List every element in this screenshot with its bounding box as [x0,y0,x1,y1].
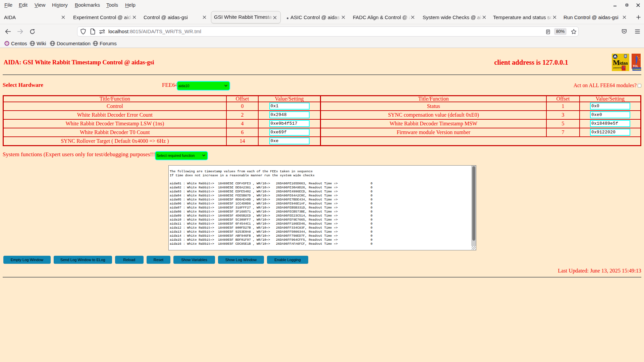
value-input-sync-rollover[interactable] [269,137,310,144]
tab-close-icon[interactable] [202,15,207,19]
close-button[interactable] [635,0,641,10]
value-input-status[interactable] [590,103,630,110]
menu-mnemonic: s [57,2,59,8]
menu-label-part: ools [109,2,118,8]
register-table: Title/Function Offset Value/Setting Titl… [3,95,641,146]
empty-log-button[interactable]: Empty Log Window [3,256,51,264]
menu-label-part: ookmarks [78,2,100,8]
zoom-level-chip[interactable]: 80% [554,28,567,35]
chevron-down-icon [202,155,205,157]
system-functions-label: System functions (Expert users only for … [3,151,158,158]
restore-button[interactable] [625,0,630,10]
value-input-control[interactable] [269,103,310,110]
tab-run-control[interactable]: Run Control @ aidas-gsi [561,11,631,23]
menu-mnemonic: E [19,2,22,8]
shield-icon[interactable] [80,28,86,35]
tab-title: GSI White Rabbit Timestamp [214,14,273,20]
menu-mnemonic: T [106,2,109,8]
scrollbar-thumb[interactable] [472,166,475,241]
svg-text:TCL: TCL [633,64,639,68]
tab-fadc-align[interactable]: FADC Align & Control @ aid [351,11,418,23]
resize-grip[interactable] [472,246,476,250]
svg-text:powered by: powered by [613,67,622,68]
value-input-ts-lsw[interactable] [269,120,310,127]
tab-close-icon[interactable] [61,15,65,19]
globe-icon [93,41,98,46]
tab-system-checks[interactable]: System wide Checks @ aida [420,11,489,23]
menu-file[interactable]: File [4,2,12,8]
menu-label-part: Hi [52,2,57,8]
tab-close-icon[interactable] [341,15,345,19]
value-input-firmware[interactable] [590,129,630,136]
row-offset: 4 [226,119,258,128]
menu-edit[interactable]: Edit [19,2,28,8]
page-content: AIDA: GSI White Rabbit Timestamp Control… [0,48,644,362]
page-info-icon[interactable] [90,28,95,35]
send-log-elog-button[interactable]: Send Log Window to ELog [54,256,112,264]
bookmark-forums[interactable]: Forums [93,41,117,46]
enable-logging-button[interactable]: Enable Logging [267,256,308,264]
tab-close-icon[interactable] [482,15,486,19]
tab-gsi-white-rabbit-active[interactable]: GSI White Rabbit Timestamp [211,11,281,23]
log-textarea[interactable]: The following are timestamp values from … [168,165,476,250]
menu-tools[interactable]: Tools [106,2,118,8]
bookmark-star-icon[interactable] [571,29,577,35]
url-text[interactable]: localhost:8015/AIDA/TS_WR/TS_WR.tml [108,28,201,34]
column-header: Title/Function [320,96,546,102]
tab-close-icon[interactable] [622,15,627,19]
tab-attention-dot [287,17,288,19]
menu-bar: File Edit View History Bookmarks Tools H… [0,0,644,10]
reader-mode-icon[interactable] [546,29,550,34]
tab-close-icon[interactable] [132,15,137,19]
tab-asic-control[interactable]: ASIC Control @ aidas-gs [283,11,348,23]
bookmark-wiki[interactable]: Wiki [30,41,46,46]
column-header: Offset [546,96,580,102]
tab-temperature[interactable]: Temperature and status scan [491,11,560,23]
reset-button[interactable]: Reset [147,256,170,264]
tab-close-icon[interactable] [411,15,415,19]
url-bar[interactable]: localhost:8015/AIDA/TS_WR/TS_WR.tml 80% [77,26,579,37]
row-offset: 5 [546,119,580,128]
permissions-icon[interactable] [99,29,105,34]
system-functions-select[interactable]: Select required function [155,151,208,160]
back-button[interactable] [5,29,11,34]
menu-mnemonic: F [4,2,7,8]
hamburger-menu-icon[interactable] [635,29,640,34]
tab-control[interactable]: Control @ aidas-gsi [141,11,208,23]
horizontal-rule [3,277,641,278]
act-on-all-checkbox[interactable] [638,84,641,87]
reload-page-button[interactable]: Reload [115,256,144,264]
client-address: client address is 127.0.0.1 [494,59,568,66]
value-input-t0-count[interactable] [269,129,310,136]
fee64-select[interactable]: aida10 [177,81,230,90]
tab-close-icon[interactable] [552,15,557,19]
show-variables-button[interactable]: Show Variables [173,256,215,264]
tab-experiment-control[interactable]: Experiment Control @ aidas [71,11,139,23]
pocket-icon[interactable] [622,29,627,34]
tab-close-icon[interactable] [273,15,277,20]
menu-history[interactable]: History [52,2,68,8]
value-input-error-count[interactable] [269,111,310,118]
bookmark-centos[interactable]: Centos [4,41,27,46]
new-tab-button[interactable] [636,15,641,20]
menu-view[interactable]: View [35,2,45,8]
tab-title: Control @ aidas-gsi [144,14,202,20]
log-text: The following are timestamp values from … [170,170,373,246]
forward-button[interactable] [17,29,23,34]
tab-aida[interactable]: AIDA [2,11,69,23]
show-log-window-button[interactable]: Show Log Window [218,256,264,264]
menu-bookmarks[interactable]: Bookmarks [75,2,100,8]
menu-help[interactable]: Help [125,2,136,8]
menu-label-part: tory [59,2,68,8]
reload-button[interactable] [30,29,35,35]
globe-icon [50,41,55,46]
midas-logo[interactable]: M idas powered by [612,54,629,71]
value-input-ts-msw[interactable] [590,120,630,127]
row-title: Control [3,102,226,111]
tcl-powered-logo[interactable]: TCL POWERED [632,54,641,71]
bookmark-documentation[interactable]: Documentation [50,41,91,46]
select-value-text: Select required function [157,154,195,158]
tab-title: Run Control @ aidas-gsi [564,14,621,20]
minimize-button[interactable] [612,0,618,10]
value-input-sync-comp[interactable] [590,111,630,118]
